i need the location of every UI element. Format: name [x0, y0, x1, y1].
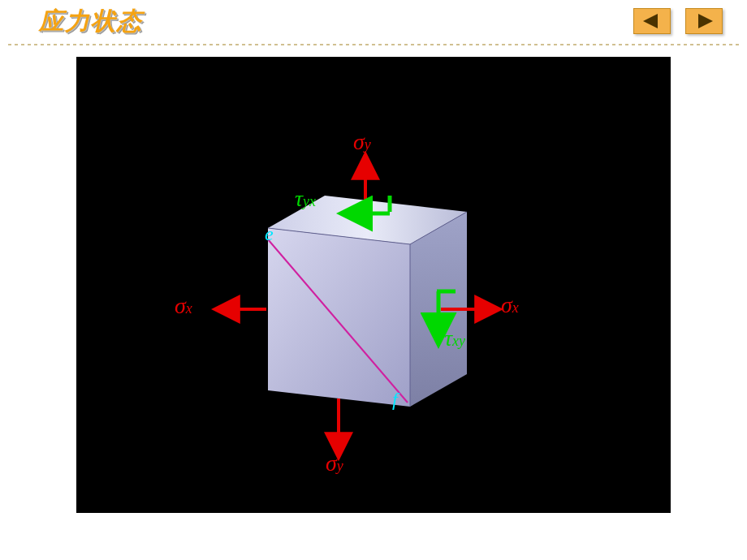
svg-marker-0: [643, 14, 658, 28]
nav-buttons: [633, 8, 723, 34]
label-sigma-x-right: σx: [501, 292, 519, 318]
header-bar: 应力状态: [0, 0, 747, 44]
prev-button[interactable]: [633, 8, 671, 34]
label-sigma-y-bottom: σy: [326, 450, 343, 476]
label-sigma-y-top: σy: [353, 129, 371, 155]
label-tau-yx: τyx: [295, 186, 316, 212]
label-sigma-x-left: σx: [175, 293, 192, 319]
header-divider: [8, 44, 739, 45]
label-point-e: e: [265, 223, 274, 245]
label-tau-xy: τxy: [444, 325, 465, 351]
stage-wrap: σy σy σx σx τyx τxy e f: [0, 57, 747, 513]
next-button[interactable]: [685, 8, 723, 34]
svg-marker-1: [698, 14, 713, 28]
triangle-right-icon: [695, 14, 713, 28]
diagram-stage: σy σy σx σx τyx τxy e f: [76, 57, 671, 513]
label-point-f: f: [392, 389, 398, 411]
cube-diagram: [77, 58, 670, 512]
triangle-left-icon: [643, 14, 661, 28]
page-title: 应力状态: [39, 5, 143, 38]
